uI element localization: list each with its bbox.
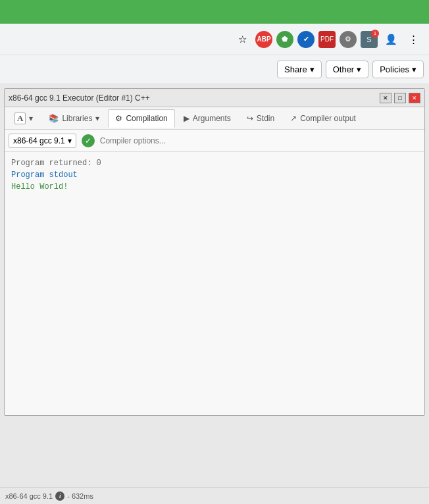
executor-window: x86-64 gcc 9.1 Executor (Editor #1) C++ … — [4, 88, 425, 416]
output-icon: ↗ — [290, 114, 297, 123]
font-icon: A — [14, 113, 26, 124]
status-time: - 632ms — [67, 492, 93, 500]
tab-compiler-output[interactable]: ↗ Compiler output — [283, 109, 363, 128]
output-line-2: Program stdout — [11, 169, 418, 181]
status-info-icon: i — [55, 491, 64, 501]
profile-icon[interactable]: 👤 — [382, 30, 400, 49]
policies-button[interactable]: Policies ▾ — [372, 61, 424, 78]
status-compiler-name: x86-64 gcc 9.1 — [5, 492, 53, 500]
compiler-success-icon: ✓ — [82, 134, 95, 147]
tab-bar: A ▾ 📚 Libraries ▾ ⚙ Compilation ▶ Argume… — [5, 107, 424, 130]
arguments-icon: ▶ — [184, 114, 189, 123]
policies-label: Policies — [380, 64, 409, 74]
compiler-dropdown-icon: ▾ — [68, 136, 72, 145]
output-area: Program returned: 0 Program stdout Hello… — [5, 152, 424, 415]
share-dropdown-icon: ▾ — [310, 64, 315, 74]
compiler-selector[interactable]: x86-64 gcc 9.1 ▾ — [9, 134, 76, 148]
other-label: Other — [333, 64, 355, 74]
extension1-icon[interactable]: ⬟ — [276, 31, 293, 48]
tab-compilation-label: Compilation — [126, 114, 167, 123]
libraries-dropdown-icon: ▾ — [95, 114, 99, 123]
button-bar: Share ▾ Other ▾ Policies ▾ — [0, 55, 429, 84]
share-button[interactable]: Share ▾ — [277, 61, 322, 78]
compiler-options-input[interactable] — [100, 136, 420, 145]
window-restore-icon[interactable]: □ — [394, 93, 406, 103]
tab-arguments-label: Arguments — [193, 114, 231, 123]
tab-compiler-output-label: Compiler output — [300, 114, 356, 123]
more-options-icon[interactable]: ⋮ — [404, 30, 422, 49]
chrome-toolbar: ☆ ABP ⬟ ✔ PDF ⚙ S 1 👤 ⋮ — [0, 24, 429, 55]
tab-stdin[interactable]: ↪ Stdin — [240, 109, 282, 128]
tab-libraries[interactable]: 📚 Libraries ▾ — [41, 109, 107, 128]
window-title: x86-64 gcc 9.1 Executor (Editor #1) C++ — [9, 93, 377, 103]
window-close-icon[interactable]: ✕ — [409, 93, 420, 103]
main-area: x86-64 gcc 9.1 Executor (Editor #1) C++ … — [0, 84, 429, 487]
tab-compilation[interactable]: ⚙ Compilation — [108, 109, 174, 128]
pdf-icon[interactable]: PDF — [318, 31, 336, 48]
share-label: Share — [284, 64, 307, 74]
star-icon[interactable]: ☆ — [233, 30, 251, 49]
tab-font[interactable]: A ▾ — [7, 109, 40, 128]
extension2-icon[interactable]: ✔ — [297, 31, 315, 48]
adblock-icon[interactable]: ABP — [255, 31, 272, 48]
badge-extension-icon[interactable]: S 1 — [361, 31, 378, 48]
stdin-icon: ↪ — [247, 114, 253, 123]
options-bar: x86-64 gcc 9.1 ▾ ✓ — [5, 130, 424, 152]
gear-icon: ⚙ — [115, 114, 122, 123]
tab-font-arrow: ▾ — [29, 114, 33, 123]
tab-arguments[interactable]: ▶ Arguments — [176, 109, 238, 128]
tab-stdin-label: Stdin — [257, 114, 274, 123]
chrome-top-bar — [0, 0, 429, 24]
status-bar: x86-64 gcc 9.1 i - 632ms — [0, 487, 429, 504]
settings-icon[interactable]: ⚙ — [340, 31, 357, 48]
output-line-1: Program returned: 0 — [11, 157, 418, 169]
book-icon: 📚 — [49, 114, 59, 123]
compiler-name: x86-64 gcc 9.1 — [13, 136, 65, 145]
window-close-tab-icon[interactable]: ✕ — [380, 93, 391, 103]
output-line-3: Hello World! — [11, 181, 418, 193]
tab-libraries-label: Libraries — [62, 114, 92, 123]
other-button[interactable]: Other ▾ — [326, 61, 369, 78]
window-titlebar: x86-64 gcc 9.1 Executor (Editor #1) C++ … — [5, 89, 424, 107]
other-dropdown-icon: ▾ — [357, 64, 361, 74]
policies-dropdown-icon: ▾ — [412, 64, 416, 74]
